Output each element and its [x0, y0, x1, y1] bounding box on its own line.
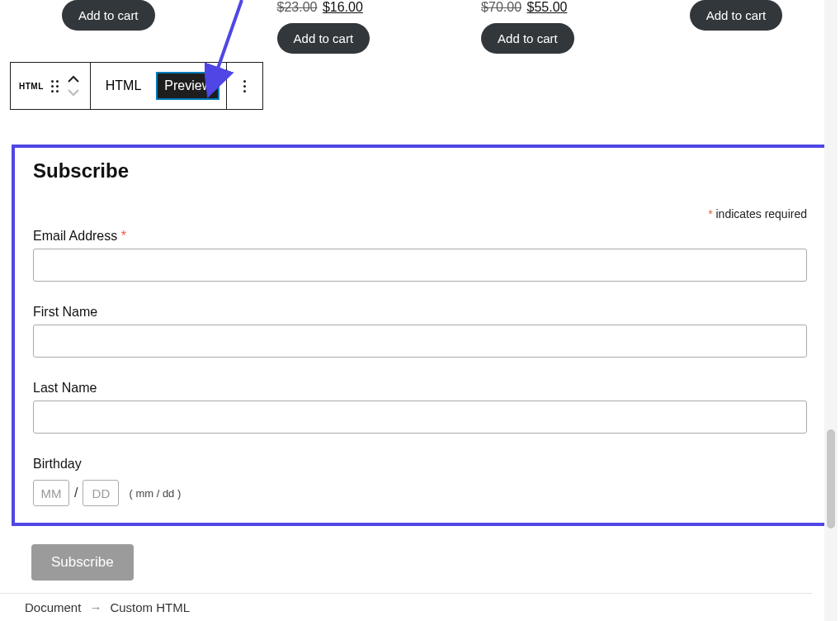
- product-card: $23.00 $16.00 Add to cart: [277, 0, 370, 54]
- product-price: $23.00 $16.00: [277, 0, 363, 15]
- asterisk-icon: *: [121, 229, 126, 243]
- tab-html[interactable]: HTML: [97, 72, 150, 100]
- birthday-hint: ( mm / dd ): [129, 487, 181, 500]
- birthday-month-field[interactable]: [33, 480, 69, 506]
- breadcrumb-current[interactable]: Custom HTML: [110, 600, 190, 614]
- subscribe-title: Subscribe: [33, 159, 807, 183]
- add-to-cart-button[interactable]: Add to cart: [62, 0, 155, 31]
- birthday-separator: /: [74, 486, 78, 500]
- product-card: $70.00 $55.00 Add to cart: [481, 0, 574, 54]
- price-old: $23.00: [277, 0, 318, 14]
- breadcrumb-separator-icon: →: [89, 600, 101, 614]
- chevron-down-icon[interactable]: [65, 86, 82, 99]
- product-card: Add to cart: [62, 0, 155, 54]
- price-new: $16.00: [323, 0, 363, 14]
- add-to-cart-button[interactable]: Add to cart: [690, 0, 783, 31]
- asterisk-icon: *: [708, 207, 712, 220]
- product-row: Add to cart $23.00 $16.00 Add to cart $7…: [0, 0, 840, 54]
- required-note-text: indicates required: [715, 207, 807, 220]
- birthday-row: / ( mm / dd ): [33, 480, 807, 506]
- scrollbar-thumb[interactable]: [827, 429, 835, 529]
- email-label: Email Address *: [33, 229, 807, 244]
- subscribe-button[interactable]: Subscribe: [31, 544, 134, 581]
- price-old: $70.00: [481, 0, 521, 14]
- drag-handle-icon[interactable]: [50, 78, 60, 93]
- toolbar-segment-tabs: HTML Preview: [91, 63, 227, 109]
- last-name-field[interactable]: [33, 401, 807, 434]
- first-name-label: First Name: [33, 305, 807, 320]
- block-toolbar: HTML HTML Preview: [10, 62, 263, 110]
- block-type-label: HTML: [19, 82, 44, 91]
- price-new: $55.00: [526, 0, 567, 14]
- product-card: Add to cart: [690, 0, 783, 54]
- toolbar-segment-more: [227, 63, 262, 109]
- tab-preview[interactable]: Preview: [156, 72, 219, 100]
- block-mover: [65, 73, 82, 99]
- chevron-up-icon[interactable]: [65, 73, 82, 86]
- more-options-icon[interactable]: [243, 80, 246, 92]
- toolbar-segment-block: HTML: [11, 63, 91, 109]
- breadcrumb: Document → Custom HTML: [0, 593, 812, 621]
- birthday-label: Birthday: [33, 457, 807, 472]
- add-to-cart-button[interactable]: Add to cart: [481, 23, 574, 54]
- product-price: $70.00 $55.00: [481, 0, 567, 15]
- required-indicator-note: * indicates required: [33, 207, 807, 220]
- breadcrumb-root[interactable]: Document: [25, 600, 81, 614]
- add-to-cart-button[interactable]: Add to cart: [277, 23, 370, 54]
- subscribe-form-highlight: Subscribe * indicates required Email Add…: [12, 145, 828, 526]
- first-name-field[interactable]: [33, 325, 807, 358]
- last-name-label: Last Name: [33, 381, 807, 396]
- email-field[interactable]: [33, 249, 807, 282]
- birthday-day-field[interactable]: [83, 480, 119, 506]
